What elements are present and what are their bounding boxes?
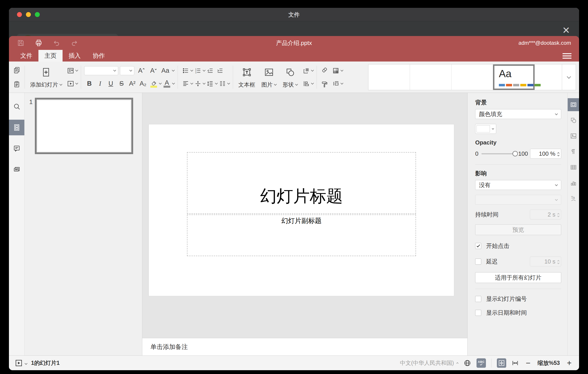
apply-to-all-slides-button[interactable]: 适用于所有幻灯片: [475, 272, 561, 283]
slide[interactable]: 幻灯片标题 幻灯片副标题: [149, 124, 454, 296]
theme-thumbnail[interactable]: [368, 65, 410, 90]
redo-icon[interactable]: [71, 39, 78, 47]
chart-settings-icon[interactable]: [568, 176, 579, 189]
theme-gallery-expand-button[interactable]: [562, 64, 576, 90]
slide-size-button[interactable]: [331, 78, 340, 89]
numbering-button[interactable]: 123: [193, 65, 203, 76]
save-icon[interactable]: [17, 39, 25, 47]
opacity-max: 100: [518, 150, 528, 157]
print-icon[interactable]: [35, 39, 42, 47]
line-spacing-button[interactable]: [206, 78, 215, 89]
table-settings-icon[interactable]: [568, 161, 579, 174]
bold-button[interactable]: B: [84, 78, 94, 89]
theme-thumbnail[interactable]: [452, 65, 493, 90]
spellcheck-icon[interactable]: ABC: [476, 358, 486, 368]
shape-button[interactable]: 形状: [280, 65, 300, 90]
divider: [233, 66, 233, 89]
globe-icon[interactable]: [463, 359, 471, 367]
color-scheme-button[interactable]: [331, 65, 340, 76]
close-icon[interactable]: ✕: [560, 24, 572, 36]
zoom-level: 缩放%53: [537, 359, 560, 367]
increase-font-button[interactable]: A: [136, 65, 146, 76]
horizontal-align-button[interactable]: [181, 78, 190, 89]
theme-thumbnail[interactable]: [410, 65, 452, 90]
highlight-color-button[interactable]: [148, 78, 159, 89]
opacity-slider-thumb[interactable]: [513, 151, 518, 156]
add-slide-button[interactable]: 添加幻灯片: [28, 65, 64, 90]
document-title: 产品介绍.pptx: [9, 39, 579, 47]
slide-thumbnail-selected[interactable]: [35, 98, 133, 154]
image-settings-icon[interactable]: [568, 130, 579, 143]
title-placeholder[interactable]: 幻灯片标题: [187, 152, 416, 214]
text-box-button[interactable]: 文本框: [236, 65, 257, 90]
start-slideshow-button[interactable]: [66, 78, 75, 89]
subscript-button[interactable]: A₂: [138, 78, 148, 89]
clear-style-button[interactable]: [320, 65, 329, 75]
arrange-shape-button[interactable]: [302, 65, 311, 76]
effect-select[interactable]: 没有: [475, 180, 561, 190]
opacity-label: Opacity: [475, 139, 561, 146]
slide-title-text: 幻灯片标题: [260, 185, 343, 208]
theme-thumbnail-selected[interactable]: Aa: [493, 65, 535, 90]
slide-info: 1的幻灯片1: [31, 359, 60, 367]
slide-tools: [66, 65, 78, 90]
font-size-select[interactable]: [120, 66, 134, 75]
background-fill-select[interactable]: 颜色填充: [475, 109, 561, 119]
image-button[interactable]: 图片: [259, 65, 279, 90]
tab-collaboration[interactable]: 协作: [87, 50, 111, 62]
underline-button[interactable]: U: [106, 78, 116, 89]
search-icon[interactable]: [9, 99, 24, 114]
fit-width-icon[interactable]: [512, 360, 519, 367]
columns-button[interactable]: [218, 78, 227, 89]
delay-checkbox[interactable]: [475, 259, 481, 265]
show-date-time-checkbox[interactable]: [475, 310, 481, 316]
italic-button[interactable]: I: [95, 78, 105, 89]
copy-button[interactable]: [12, 65, 21, 75]
strikethrough-button[interactable]: S: [116, 78, 127, 89]
paragraph-settings-icon[interactable]: [568, 145, 579, 158]
start-on-click-checkbox[interactable]: [475, 243, 481, 249]
decrease-indent-button[interactable]: [206, 65, 215, 76]
font-color-button[interactable]: A: [162, 78, 172, 89]
vertical-align-button[interactable]: [193, 78, 203, 89]
tab-file[interactable]: 文件: [14, 50, 38, 62]
start-slideshow-status-icon[interactable]: [15, 359, 23, 367]
fit-slide-icon[interactable]: [497, 358, 506, 368]
slide-layout-button[interactable]: [66, 65, 75, 76]
superscript-button[interactable]: A²: [127, 78, 137, 89]
notes-input[interactable]: 单击添加备注: [142, 338, 467, 355]
slideshow-options-chevron-icon[interactable]: [25, 362, 28, 365]
subtitle-placeholder[interactable]: 幻灯片副标题: [187, 215, 416, 256]
font-group: A A Aa B I U S A² A₂ A: [84, 65, 175, 90]
language-selector[interactable]: 中文(中华人民共和国): [400, 359, 458, 367]
shape-settings-icon[interactable]: [568, 114, 579, 127]
copy-style-button[interactable]: [320, 79, 329, 90]
font-name-select[interactable]: [84, 66, 118, 75]
duration-label: 持续时间: [475, 211, 498, 219]
slides-panel-icon[interactable]: [9, 120, 24, 135]
opacity-slider[interactable]: [482, 151, 515, 156]
background-color-picker[interactable]: [475, 124, 496, 134]
comments-icon[interactable]: [9, 141, 24, 156]
align-shape-button[interactable]: [302, 78, 311, 89]
divider: [25, 66, 25, 89]
show-slide-number-label: 显示幻灯片编号: [486, 295, 527, 303]
text-art-settings-icon[interactable]: Ta: [568, 192, 579, 205]
zoom-out-button[interactable]: −: [524, 358, 532, 368]
menu-icon[interactable]: [563, 53, 571, 59]
toolbar: 添加幻灯片 A A Aa B: [9, 62, 579, 93]
increase-indent-button[interactable]: [215, 65, 225, 76]
slide-settings-icon[interactable]: [568, 98, 579, 111]
decrease-font-button[interactable]: A: [148, 65, 158, 76]
opacity-spinner[interactable]: 100 %: [530, 149, 561, 159]
undo-icon[interactable]: [53, 39, 60, 47]
zoom-in-button[interactable]: +: [565, 358, 573, 368]
show-date-time-label: 显示日期和时间: [486, 309, 527, 317]
bullets-button[interactable]: [181, 65, 190, 76]
change-case-button[interactable]: Aa: [160, 65, 170, 76]
show-slide-number-checkbox[interactable]: [475, 296, 481, 302]
chat-icon[interactable]: [9, 162, 24, 177]
tab-insert[interactable]: 插入: [63, 50, 87, 62]
tab-home[interactable]: 主页: [38, 50, 63, 62]
paste-button[interactable]: [12, 79, 21, 90]
